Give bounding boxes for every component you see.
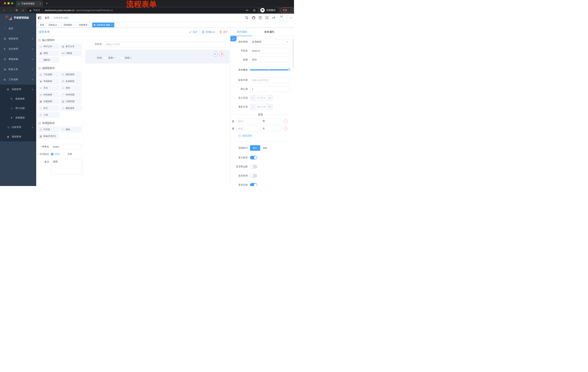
- checkbox-icon[interactable]: [104, 57, 107, 59]
- component-cascader[interactable]: ⌥级联选择: [60, 72, 82, 77]
- show-label-toggle[interactable]: [250, 156, 257, 159]
- component-table[interactable]: ▩表格[开发中]: [38, 133, 59, 139]
- drag-handle-icon[interactable]: ≣: [232, 119, 236, 123]
- fullscreen-icon[interactable]: [265, 16, 269, 20]
- disabled-toggle[interactable]: [250, 174, 257, 178]
- sidebar-item-user-group[interactable]: ☺ 用户分组: [0, 104, 36, 113]
- component-counter[interactable]: 123计数器: [60, 50, 82, 56]
- component-radio-group[interactable]: ◉单选框组: [38, 78, 59, 84]
- tag-home[interactable]: 首页: [38, 22, 46, 27]
- component-switch[interactable]: ◐开关: [38, 85, 59, 91]
- drag-handle-icon[interactable]: ≣: [232, 127, 236, 130]
- font-size-icon[interactable]: тT: [272, 16, 276, 20]
- sidebar-logo[interactable]: 芋道管理系统: [0, 14, 36, 22]
- add-option-button[interactable]: + 添加选项: [238, 134, 290, 138]
- increase-button[interactable]: +: [267, 104, 272, 110]
- slider-handle[interactable]: [288, 68, 290, 71]
- phone-field-row[interactable]: *手机号: [83, 41, 230, 47]
- user-caret-icon[interactable]: ▾: [291, 17, 292, 19]
- sidebar-item-process-form[interactable]: ✎ 流程表单: [0, 94, 36, 104]
- tag-close-icon[interactable]: ×: [111, 24, 112, 26]
- status-on-radio[interactable]: 开启: [51, 152, 60, 156]
- home-icon[interactable]: ⌂: [21, 9, 25, 12]
- phone-input[interactable]: [104, 41, 226, 47]
- label-width-input[interactable]: [250, 77, 290, 83]
- key-icon[interactable]: [246, 9, 249, 12]
- tag-process-form[interactable]: 流程表单 ×: [77, 22, 91, 27]
- scrollbar[interactable]: [293, 38, 294, 69]
- view-json-button[interactable]: 查看json: [202, 30, 215, 34]
- min-select-input[interactable]: [255, 95, 267, 101]
- component-button[interactable]: ☞按钮: [60, 127, 82, 132]
- status-off-radio[interactable]: 关闭: [63, 152, 72, 156]
- increase-button[interactable]: +: [267, 95, 272, 101]
- required-toggle[interactable]: [250, 183, 257, 186]
- sidebar-item-task-mgmt[interactable]: ⌥ 任务管理 ∨: [0, 122, 36, 132]
- component-select[interactable]: ◎下拉选择: [38, 72, 59, 77]
- style-button-button[interactable]: 按钮: [260, 145, 270, 151]
- minimize-window-button[interactable]: [8, 2, 10, 4]
- tab-component-props[interactable]: 组件属性: [237, 28, 247, 36]
- tab-close-icon[interactable]: ×: [40, 2, 41, 5]
- sidebar-item-process-mgmt[interactable]: ≣ 流程管理 ∧: [0, 85, 36, 94]
- tag-process-model[interactable]: 流程模型 ×: [62, 22, 76, 27]
- delete-widget-button[interactable]: [219, 52, 224, 56]
- component-password[interactable]: ▣密码: [38, 50, 59, 56]
- sidebar-item-payment[interactable]: ¥ 支付管理 ∨: [0, 44, 36, 54]
- maximize-window-button[interactable]: [11, 2, 13, 4]
- sidebar-fold-icon[interactable]: [38, 17, 41, 19]
- avatar[interactable]: [280, 14, 287, 21]
- component-multi-line-text[interactable]: ▤多行文本: [60, 43, 82, 50]
- forward-icon[interactable]: →: [9, 9, 12, 12]
- gender-option2-label[interactable]: 选项二: [125, 56, 132, 60]
- remove-option-button[interactable]: −: [284, 119, 287, 123]
- component-time-picker[interactable]: ◷时间选择: [38, 92, 59, 98]
- form-name-input[interactable]: [51, 144, 82, 149]
- browser-tab[interactable]: 芋道管理系统 ×: [16, 1, 43, 7]
- search-icon[interactable]: [245, 16, 249, 20]
- github-icon[interactable]: [252, 16, 255, 20]
- sidebar-item-devtools[interactable]: ⊞ 研发工具 ∨: [0, 64, 36, 74]
- component-color-picker[interactable]: ◑颜色选择: [60, 105, 82, 111]
- component-time-range[interactable]: ◔时间范围: [60, 92, 82, 98]
- tag-close-icon[interactable]: ×: [89, 24, 90, 26]
- tag-close-icon[interactable]: ×: [58, 24, 59, 26]
- tag-process-form-edit[interactable]: 流程表单-编辑 ×: [92, 22, 114, 27]
- decrease-button[interactable]: −: [250, 104, 255, 110]
- copy-widget-button[interactable]: ⧉: [213, 52, 218, 56]
- max-select-input[interactable]: [255, 104, 267, 110]
- checkbox-icon[interactable]: [121, 57, 123, 59]
- address-bar[interactable]: 不安全 dashboard.yudao.iocoder.cn /bpm/mana…: [27, 8, 258, 13]
- field-name-input[interactable]: [250, 48, 290, 54]
- sidebar-item-home[interactable]: ◔ 首页: [0, 23, 36, 34]
- tag-process-definition[interactable]: 流程定义 ×: [47, 22, 61, 27]
- component-date-picker[interactable]: ▦日期选择: [38, 98, 59, 105]
- remove-option-button[interactable]: −: [284, 127, 287, 130]
- new-tab-button[interactable]: +: [46, 1, 48, 5]
- back-icon[interactable]: ←: [2, 9, 6, 12]
- component-upload[interactable]: ↥上传: [38, 112, 59, 118]
- sidebar-item-leave-query[interactable]: ♟ 请假查询: [0, 132, 36, 141]
- sidebar-item-process-model[interactable]: ✈ 流程模型: [0, 113, 36, 122]
- component-checkbox-group[interactable]: ☑多选框组: [60, 78, 82, 84]
- clear-button[interactable]: 清空: [219, 30, 228, 34]
- component-date-range[interactable]: ▥日期范围: [60, 98, 82, 105]
- breadcrumb-home[interactable]: 首页: [45, 16, 50, 20]
- component-single-line-text[interactable]: ▭单行文本: [38, 43, 59, 50]
- sidebar-item-system[interactable]: ⚙ 系统管理 ∨: [0, 34, 36, 44]
- update-button[interactable]: 更新 ⋮: [280, 8, 294, 13]
- sidebar-item-workflow[interactable]: ⧉ 工作流程 ∧: [0, 74, 36, 85]
- tag-close-icon[interactable]: ×: [73, 24, 74, 26]
- option-value-input[interactable]: [261, 118, 281, 124]
- component-slider[interactable]: ⊸滑块: [60, 85, 82, 91]
- grid-slider[interactable]: [250, 69, 289, 70]
- gender-widget-selected[interactable]: ⧉ *性别 选项一 选项二: [85, 50, 230, 64]
- option-label-input[interactable]: [236, 126, 259, 131]
- style-default-button[interactable]: 默认: [250, 145, 260, 151]
- option-value-input[interactable]: [261, 126, 281, 131]
- gender-option1-label[interactable]: 选项一: [108, 56, 115, 60]
- component-editor[interactable]: 编辑器: [38, 57, 59, 63]
- component-rate[interactable]: ☆评分: [38, 105, 59, 111]
- with-border-toggle[interactable]: [250, 165, 257, 169]
- browser-menu-icon[interactable]: ⋮: [289, 9, 291, 12]
